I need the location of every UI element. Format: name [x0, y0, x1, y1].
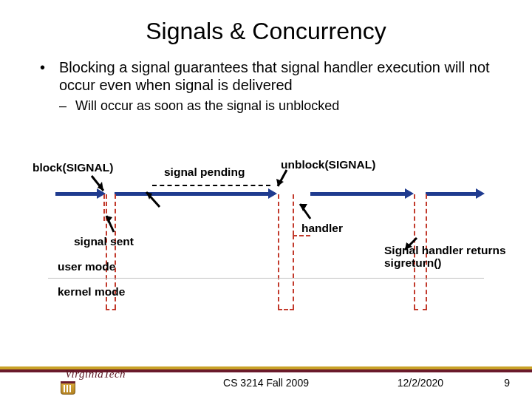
bullet-dash: –: [59, 98, 75, 115]
bullet-level2: – Will occur as soon as the signal is un…: [40, 98, 510, 115]
kernel-dash-h1: [106, 309, 116, 310]
kernel-dash-v4: [293, 235, 294, 309]
footer-date: 12/2/2020: [398, 377, 443, 389]
footer-page-number: 9: [504, 377, 510, 389]
handler-top-dash: [293, 235, 310, 236]
label-returns-l2: sigreturn(): [384, 256, 442, 269]
label-handler: handler: [301, 222, 343, 234]
label-pending: signal pending: [164, 166, 245, 178]
arrow-block-icon: [89, 174, 111, 195]
label-user: user mode: [58, 260, 115, 273]
timeline-segment-2: [115, 192, 270, 196]
kernel-dash-h3: [414, 309, 427, 310]
footer: CS 3214 Fall 2009 12/2/2020 9: [0, 372, 532, 399]
bullet-level1: • Blocking a signal guarantees that sign…: [40, 58, 510, 95]
page-title: Signals & Concurrency: [0, 0, 532, 58]
kernel-dash-v5: [293, 194, 294, 235]
pending-dash: [152, 185, 270, 186]
kernel-dash-v3: [278, 194, 279, 309]
bullet2-text: Will occur as soon as the signal is unbl…: [75, 98, 339, 115]
arrow-unblock-icon: [273, 168, 291, 191]
label-unblock: unblock(SIGNAL): [281, 158, 375, 171]
arrow-sent-icon: [103, 213, 120, 235]
label-block: block(SIGNAL): [33, 161, 113, 174]
bullet1-text: Blocking a signal guarantees that signal…: [59, 58, 510, 95]
arrow-returns-icon: [400, 235, 420, 254]
timeline-segment-4: [426, 192, 477, 196]
arrow-handler-icon: [296, 200, 315, 220]
kernel-dash-h2: [278, 309, 294, 310]
label-sent: signal sent: [74, 235, 134, 248]
footer-course: CS 3214 Fall 2009: [0, 377, 532, 389]
bullet-list: • Blocking a signal guarantees that sign…: [0, 58, 532, 114]
bullet-dot: •: [40, 58, 59, 95]
timeline-segment-3: [310, 192, 406, 196]
mode-divider: [48, 278, 484, 279]
label-kernel: kernel mode: [58, 285, 125, 298]
timeline-diagram: block(SIGNAL) signal pending unblock(SIG…: [0, 148, 532, 340]
arrow-pending-icon: [142, 189, 164, 210]
